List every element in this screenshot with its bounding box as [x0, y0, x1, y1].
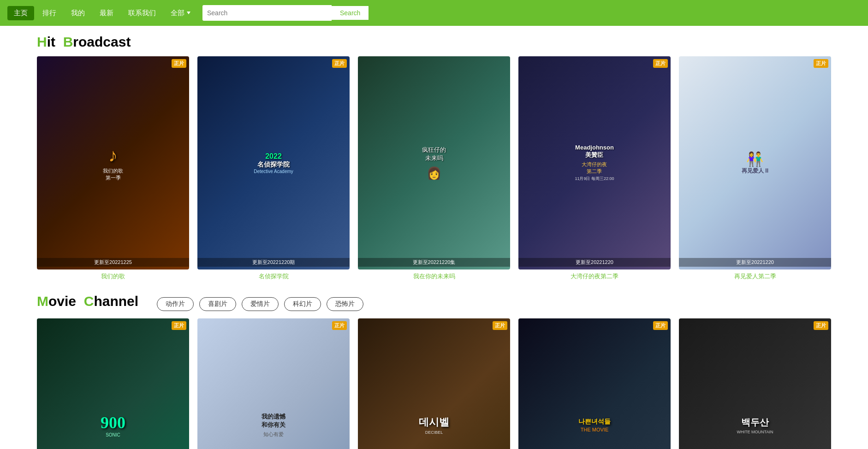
movie-badge-2: 正片 — [332, 321, 347, 330]
nav-item-home[interactable]: 主页 — [7, 6, 34, 20]
nav-item-latest[interactable]: 最新 — [93, 6, 120, 20]
badge-2: 正片 — [332, 59, 347, 68]
movie-card-3[interactable]: 데시벨 DECIBEL 正片 HD 分贝 — [358, 318, 510, 449]
update-text-3: 更新至20221220集 — [358, 258, 510, 267]
genre-action[interactable]: 动作片 — [157, 297, 194, 311]
genre-scifi[interactable]: 科幻片 — [284, 297, 321, 311]
dropdown-arrow-icon — [187, 12, 190, 14]
broadcast-card-3[interactable]: 疯狂仔的未来吗 👩 更新至20221220集 我在你的未来吗 — [358, 56, 510, 281]
card-title-4: 大湾仔的夜第二季 — [518, 272, 671, 281]
broadcast-card-4[interactable]: Meadjohnson美贊臣 大湾仔的夜第二季 11月9日 每周三22:00 正… — [518, 56, 671, 281]
genre-buttons: 动作片 喜剧片 爱情片 科幻片 恐怖片 — [157, 297, 363, 311]
broadcast-card-2[interactable]: 2022 名侦探学院 Detective Academy 正片 更新至20221… — [197, 56, 350, 281]
update-text-1: 更新至20221225 — [37, 258, 189, 267]
movie-card-1[interactable]: 900 SONIC 正片 HD 世纪虫 — [37, 318, 189, 449]
badge-5: 正片 — [814, 59, 828, 68]
movie-badge-1: 正片 — [172, 321, 186, 330]
update-text-5: 更新至20221220 — [679, 258, 831, 267]
hit-broadcast-grid: ♪ 我们的歌第一季 正片 更新至20221225 我们的歌 2022 名侦探学院… — [37, 56, 831, 281]
movie-poster-1: 900 SONIC 正片 HD — [37, 318, 189, 449]
update-text-2: 更新至20221220期 — [197, 258, 350, 267]
broadcast-poster-1: ♪ 我们的歌第一季 正片 更新至20221225 — [37, 56, 189, 269]
hit-broadcast-title: Hit Broadcast — [37, 34, 831, 50]
card-title-2: 名侦探学院 — [197, 272, 350, 281]
card-title-1: 我们的歌 — [37, 272, 189, 281]
movie-poster-4: 나쁜녀석들 THE MOVIE 正片 HD — [518, 318, 671, 449]
nav-item-rank[interactable]: 排行 — [36, 6, 63, 20]
badge-4: 正片 — [653, 59, 668, 68]
movie-poster-2: 我的遗憾和你有关 知心有爱 正片 HD — [197, 318, 350, 449]
broadcast-poster-2: 2022 名侦探学院 Detective Academy 正片 更新至20221… — [197, 56, 350, 269]
search-wrap: Search — [202, 5, 369, 21]
navbar: 主页 排行 我的 最新 联系我们 全部 Search — [0, 0, 868, 26]
broadcast-poster-3: 疯狂仔的未来吗 👩 更新至20221220集 — [358, 56, 510, 269]
broadcast-poster-4: Meadjohnson美贊臣 大湾仔的夜第二季 11月9日 每周三22:00 正… — [518, 56, 671, 269]
movie-badge-3: 正片 — [493, 321, 507, 330]
search-input[interactable] — [202, 5, 332, 21]
movie-poster-5: 백두산 WHITE MOUNTAIN 正片 HD fuucn.com — [679, 318, 831, 449]
nav-item-contact[interactable]: 联系我们 — [122, 6, 162, 20]
movie-channel-grid: 900 SONIC 正片 HD 世纪虫 我的遗憾和你有关 知心有爱 正片 — [37, 318, 831, 449]
genre-romance[interactable]: 爱情片 — [242, 297, 279, 311]
movie-card-4[interactable]: 나쁜녀석들 THE MOVIE 正片 HD 坏家伙们2019 — [518, 318, 671, 449]
genre-horror[interactable]: 恐怖片 — [327, 297, 363, 311]
search-button[interactable]: Search — [332, 5, 369, 21]
main-content: Hit Broadcast ♪ 我们的歌第一季 正片 更新至20221225 我… — [0, 26, 868, 449]
card-title-5: 再见爱人第二季 — [679, 272, 831, 281]
broadcast-poster-5: 👫 再见爱人 II 正片 更新至20221220 — [679, 56, 831, 269]
nav-item-mine[interactable]: 我的 — [65, 6, 91, 20]
broadcast-card-1[interactable]: ♪ 我们的歌第一季 正片 更新至20221225 我们的歌 — [37, 56, 189, 281]
badge-1: 正片 — [172, 59, 186, 68]
movie-poster-3: 데시벨 DECIBEL 正片 HD — [358, 318, 510, 449]
update-text-4: 更新至20221220 — [518, 258, 671, 267]
movie-card-5[interactable]: 백두산 WHITE MOUNTAIN 正片 HD fuucn.com 白头山 — [679, 318, 831, 449]
movie-channel-title: Movie Channel — [37, 293, 138, 309]
movie-badge-5: 正片 — [814, 321, 828, 330]
movie-card-2[interactable]: 我的遗憾和你有关 知心有爱 正片 HD 我的遗憾和你有关 — [197, 318, 350, 449]
card-title-3: 我在你的未来吗 — [358, 272, 510, 281]
nav-item-all[interactable]: 全部 — [164, 6, 197, 20]
broadcast-card-5[interactable]: 👫 再见爱人 II 正片 更新至20221220 再见爱人第二季 — [679, 56, 831, 281]
genre-comedy[interactable]: 喜剧片 — [199, 297, 236, 311]
movie-badge-4: 正片 — [653, 321, 668, 330]
